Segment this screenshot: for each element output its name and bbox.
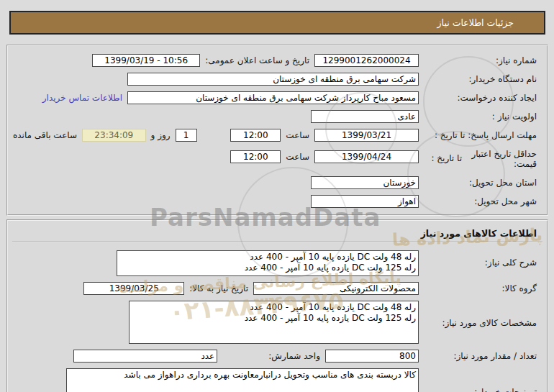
reply-deadline-hour-label: ساعت [286, 130, 309, 140]
countdown-timer: 23:34:09 [82, 129, 146, 142]
section-divider [12, 242, 542, 243]
goods-group-field[interactable] [253, 282, 419, 295]
quantity-row: تعداد / مقدار مورد نیاز: واحد شمارش: [8, 350, 547, 363]
need-number-label: شماره نیاز: [419, 54, 542, 65]
general-description-row: شرح کلی نیاز: رله 48 ولت DC یازده پایه 1… [8, 250, 547, 276]
need-details-panel: شماره نیاز: تاریخ و ساعت اعلان عمومی: نا… [6, 45, 548, 216]
goods-group-row: گروه کالا: تاریخ نیاز به کالا: [8, 282, 547, 295]
count-unit-field[interactable] [73, 350, 217, 363]
price-validity-row: حداقل تاریخ اعتبار قیمت: تا تاریخ : ساعت [8, 147, 547, 169]
hours-remaining-label: ساعت باقی مانده [13, 130, 77, 140]
reply-deadline-date-field[interactable] [314, 129, 419, 142]
general-description-label: شرح کلی نیاز: [419, 250, 542, 268]
goods-specs-label: مشخصات کالای مورد نیاز: [419, 301, 542, 328]
delivery-province-label: استان محل تحویل: [419, 176, 542, 188]
buyer-notes-textarea[interactable]: کالا دربسته بندی های مناسب وتحویل درانبا… [66, 368, 419, 392]
need-number-row: شماره نیاز: تاریخ و ساعت اعلان عمومی: [8, 54, 547, 67]
remaining-days-field[interactable] [176, 129, 197, 142]
buyer-contact-link[interactable]: اطلاعات تماس خریدار [42, 93, 122, 103]
day-and-label: روز و [151, 130, 171, 140]
requester-row: ایجاد کننده درخواست: اطلاعات تماس خریدار [8, 91, 547, 104]
general-description-textarea[interactable]: رله 48 ولت DC یازده پایه 10 آمپر - 400 ع… [117, 250, 419, 276]
count-unit-label: واحد شمارش: [268, 351, 320, 361]
announce-datetime-field[interactable] [92, 54, 200, 67]
price-validity-label-group: حداقل تاریخ اعتبار قیمت: تا تاریخ : [419, 147, 542, 169]
delivery-province-field[interactable] [311, 176, 419, 189]
quantity-field[interactable] [325, 350, 419, 363]
buyer-org-label: نام دستگاه خریدار: [419, 73, 542, 84]
goods-specs-row: مشخصات کالای مورد نیاز: رله 48 ولت DC یا… [8, 301, 547, 344]
reply-deadline-time-field[interactable] [230, 129, 281, 142]
requester-label: ایجاد کننده درخواست: [419, 91, 542, 103]
goods-need-date-label: تاریخ نیاز به کالا: [189, 283, 248, 293]
buyer-notes-label: توضیحات خریدار: [419, 368, 542, 392]
priority-row: اولویت نیاز : [8, 110, 547, 123]
goods-group-label: گروه کالا: [419, 282, 542, 293]
page-title-bar: جزئیات اطلاعات نیاز [9, 11, 545, 35]
goods-specs-textarea[interactable]: رله 48 ولت DC یازده پایه 10 آمپر - 400 ع… [129, 301, 419, 344]
reply-deadline-label: مهلت ارسال پاسخ: تا تاریخ : [419, 129, 542, 140]
required-goods-panel: اطلاعات کالاهای مورد نیاز شرح کلی نیاز: … [6, 219, 548, 392]
price-validity-label: حداقل تاریخ اعتبار قیمت: [462, 149, 537, 169]
buyer-notes-row: توضیحات خریدار: کالا دربسته بندی های منا… [8, 368, 547, 392]
buyer-org-field[interactable] [127, 73, 419, 86]
page-title: جزئیات اطلاعات نیاز [437, 17, 514, 28]
announce-datetime-label: تاریخ و ساعت اعلان عمومی: [205, 55, 309, 65]
price-validity-hour-label: ساعت [286, 152, 309, 162]
goods-need-date-field[interactable] [83, 282, 184, 295]
delivery-city-field[interactable] [311, 195, 419, 208]
requester-field[interactable] [127, 91, 419, 104]
reply-deadline-row: مهلت ارسال پاسخ: تا تاریخ : ساعت روز و 2… [8, 129, 547, 142]
priority-label: اولویت نیاز : [419, 110, 542, 122]
need-number-field[interactable] [314, 54, 419, 67]
delivery-province-row: استان محل تحویل: [8, 176, 547, 189]
price-validity-date-field[interactable] [314, 150, 419, 163]
need-details-page: { "header": { "title": "جزئیات اطلاعات ن… [0, 0, 554, 392]
goods-section-title: اطلاعات کالاهای مورد نیاز [14, 228, 537, 239]
delivery-city-label: شهر محل تحویل: [419, 195, 542, 206]
buyer-org-row: نام دستگاه خریدار: [8, 73, 547, 86]
price-validity-time-field[interactable] [230, 150, 281, 163]
priority-field[interactable] [311, 110, 419, 123]
delivery-city-row: شهر محل تحویل: [8, 195, 547, 208]
quantity-label: تعداد / مقدار مورد نیاز: [419, 350, 542, 361]
until-date-label: تا تاریخ : [431, 149, 462, 169]
